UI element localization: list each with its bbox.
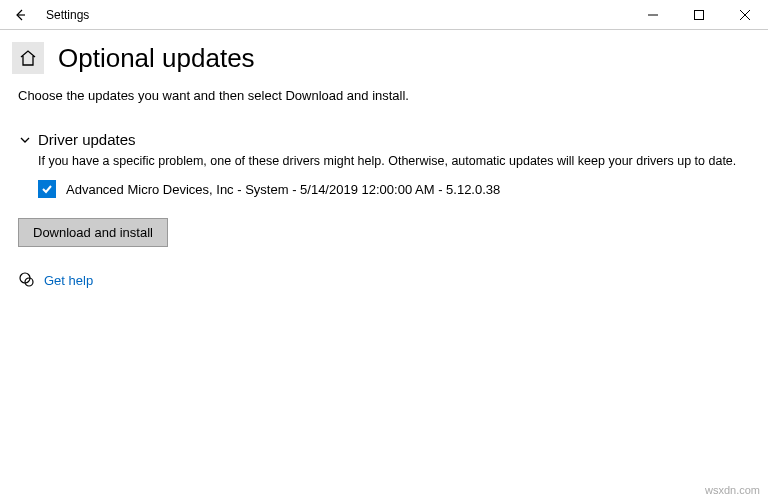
- section-description: If you have a specific problem, one of t…: [38, 154, 750, 168]
- driver-checkbox[interactable]: [38, 180, 56, 198]
- section-title: Driver updates: [38, 131, 136, 148]
- driver-label: Advanced Micro Devices, Inc - System - 5…: [66, 182, 500, 197]
- download-install-button[interactable]: Download and install: [18, 218, 168, 247]
- section-header[interactable]: Driver updates: [18, 131, 750, 148]
- page-title: Optional updates: [58, 43, 255, 74]
- get-help-link[interactable]: Get help: [44, 273, 93, 288]
- minimize-icon: [648, 10, 658, 20]
- content-area: Choose the updates you want and then sel…: [0, 80, 768, 290]
- close-button[interactable]: [722, 0, 768, 30]
- close-icon: [740, 10, 750, 20]
- chevron-down-icon: [18, 134, 32, 146]
- maximize-button[interactable]: [676, 0, 722, 30]
- svg-rect-1: [695, 10, 704, 19]
- arrow-left-icon: [13, 8, 27, 22]
- driver-item: Advanced Micro Devices, Inc - System - 5…: [38, 180, 750, 198]
- driver-updates-section: Driver updates If you have a specific pr…: [18, 131, 750, 198]
- svg-point-5: [25, 278, 33, 286]
- page-header: Optional updates: [0, 30, 768, 80]
- help-icon: [18, 271, 34, 290]
- minimize-button[interactable]: [630, 0, 676, 30]
- help-row: Get help: [18, 271, 750, 290]
- window-controls: [630, 0, 768, 30]
- home-icon: [19, 49, 37, 67]
- titlebar: Settings: [0, 0, 768, 30]
- checkmark-icon: [41, 183, 53, 195]
- home-button[interactable]: [12, 42, 44, 74]
- back-button[interactable]: [0, 0, 40, 30]
- watermark: wsxdn.com: [705, 484, 760, 496]
- window-title: Settings: [46, 8, 89, 22]
- maximize-icon: [694, 10, 704, 20]
- page-subtitle: Choose the updates you want and then sel…: [18, 88, 750, 103]
